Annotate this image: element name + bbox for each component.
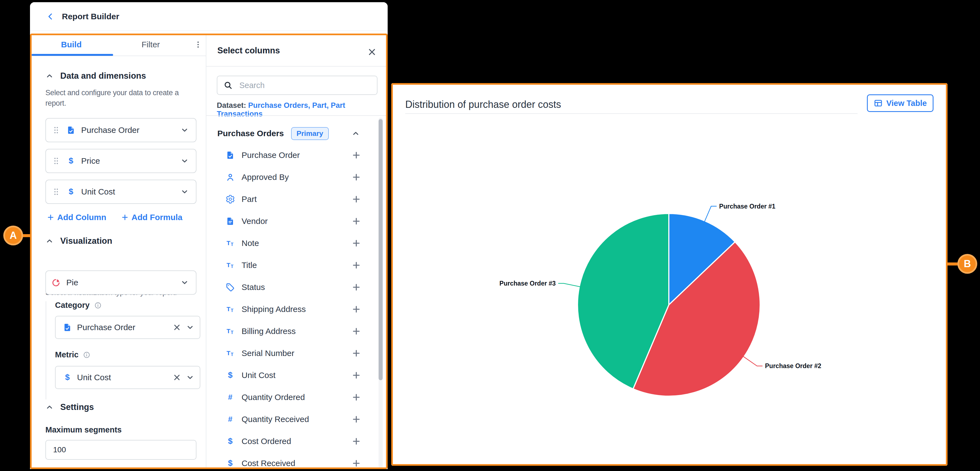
metric-value: Unit Cost [77, 373, 168, 382]
section-title: Visualization [60, 236, 112, 246]
text-icon: TT [226, 305, 235, 314]
data-section-header: Data and dimensions [45, 71, 146, 81]
svg-text:T: T [231, 330, 233, 335]
category-select[interactable]: Purchase Order [55, 316, 200, 339]
marker-b-connector [947, 263, 959, 266]
search-icon [223, 81, 233, 90]
report-builder-body: Build Filter Data and dimensions Select … [30, 33, 388, 469]
pie-chart-icon [51, 278, 61, 287]
add-to-report-icon[interactable] [352, 371, 361, 380]
kebab-menu-icon[interactable] [194, 40, 202, 49]
add-to-report-icon[interactable] [352, 437, 361, 446]
data-column-label: Unit Cost [81, 187, 175, 196]
svg-text:T: T [231, 264, 233, 269]
svg-text:T: T [226, 239, 230, 247]
maximum-segments-input[interactable] [45, 440, 196, 460]
dollar-icon: $ [226, 437, 235, 446]
clear-icon[interactable] [173, 323, 181, 331]
pie-label-leader [704, 206, 717, 222]
svg-text:$: $ [228, 371, 233, 379]
svg-text:T: T [231, 242, 233, 247]
drag-handle-icon[interactable] [51, 187, 61, 196]
text-icon: TT [226, 261, 235, 270]
add-to-report-icon[interactable] [352, 151, 361, 160]
svg-text:$: $ [228, 458, 233, 468]
divider [206, 66, 386, 67]
collapse-group-icon[interactable] [352, 129, 360, 138]
hash-icon: # [226, 415, 235, 424]
info-icon[interactable] [83, 351, 91, 359]
document-check-icon [226, 151, 235, 160]
add-formula-button[interactable]: Add Formula [121, 213, 182, 222]
collapse-icon[interactable] [45, 72, 54, 80]
chevron-down-icon[interactable] [180, 126, 189, 134]
tab-filter[interactable]: Filter [111, 40, 191, 49]
plus-icon [121, 213, 129, 221]
document-lines-icon [226, 216, 235, 226]
add-to-report-icon[interactable] [352, 239, 361, 248]
dollar-icon: $ [226, 371, 235, 380]
add-to-report-icon[interactable] [352, 216, 361, 226]
column-label: Vendor [242, 216, 268, 226]
svg-text:T: T [231, 308, 233, 313]
column-list-item: Approved By [206, 166, 386, 188]
add-to-report-icon[interactable] [352, 415, 361, 424]
collapse-icon[interactable] [45, 403, 54, 411]
column-list-item: #Quantity Ordered [206, 386, 386, 408]
column-label: Part [242, 194, 257, 204]
drag-handle-icon[interactable] [51, 156, 61, 165]
search-input[interactable] [239, 81, 371, 90]
add-column-button[interactable]: Add Column [47, 213, 106, 222]
column-label: Title [242, 261, 257, 270]
text-icon: TT [226, 239, 235, 248]
chevron-down-icon [186, 373, 194, 382]
back-icon[interactable] [46, 13, 55, 21]
add-to-report-icon[interactable] [352, 348, 361, 358]
visualization-type-select[interactable]: Pie [45, 271, 196, 294]
chevron-down-icon[interactable] [180, 157, 189, 165]
drag-handle-icon[interactable] [51, 126, 61, 135]
data-column-card[interactable]: $Unit Cost [45, 180, 196, 204]
column-label: Purchase Order [242, 151, 300, 160]
column-label: Cost Received [242, 458, 295, 468]
document-check-icon [66, 126, 76, 135]
collapse-icon[interactable] [45, 237, 54, 245]
scrollbar-thumb[interactable] [379, 119, 383, 380]
tab-build[interactable]: Build [32, 40, 111, 49]
chevron-down-icon [186, 323, 194, 331]
column-list-item: TTBilling Address [206, 320, 386, 342]
add-to-report-icon[interactable] [352, 261, 361, 270]
chevron-down-icon[interactable] [180, 188, 189, 196]
screen: Report Builder Build Filter Data and dim… [0, 0, 980, 471]
column-list-item: Status [206, 276, 386, 298]
add-to-report-icon[interactable] [352, 172, 361, 182]
add-to-report-icon[interactable] [352, 326, 361, 336]
column-list-item: $Cost Ordered [206, 430, 386, 452]
data-column-card[interactable]: $Price [45, 149, 196, 173]
column-list-item: TTNote [206, 232, 386, 254]
pie-label: Purchase Order #1 [719, 203, 776, 210]
pie-label: Purchase Order #3 [500, 280, 556, 287]
column-label: Note [242, 239, 259, 248]
dollar-icon: $ [63, 373, 72, 382]
annotation-marker-b: B [958, 254, 977, 274]
metric-select[interactable]: $ Unit Cost [55, 366, 200, 389]
page-title: Report Builder [62, 12, 119, 21]
data-column-label: Price [81, 156, 175, 165]
data-column-card[interactable]: Purchase Order [45, 118, 196, 142]
clear-icon[interactable] [173, 373, 181, 382]
dataset-label: Dataset: [217, 101, 246, 110]
data-column-label: Purchase Order [81, 126, 175, 135]
add-to-report-icon[interactable] [352, 283, 361, 292]
svg-text:#: # [228, 393, 232, 401]
add-to-report-icon[interactable] [352, 393, 361, 402]
metric-field-label: Metric [55, 350, 91, 359]
close-icon[interactable] [367, 47, 377, 57]
add-to-report-icon[interactable] [352, 458, 361, 468]
svg-text:T: T [226, 306, 230, 312]
info-icon[interactable] [94, 302, 102, 309]
add-to-report-icon[interactable] [352, 305, 361, 314]
svg-text:#: # [228, 415, 232, 423]
text-icon: TT [226, 326, 235, 336]
add-to-report-icon[interactable] [352, 194, 361, 204]
